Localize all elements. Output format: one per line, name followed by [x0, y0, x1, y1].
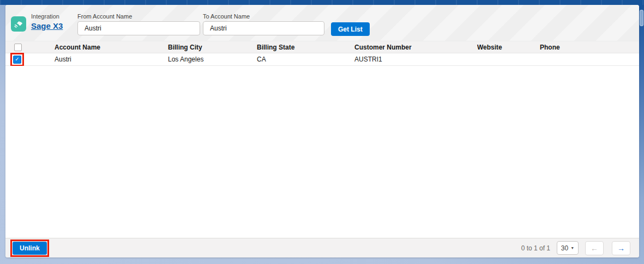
column-header-account-name[interactable]: Account Name: [55, 44, 168, 51]
pagination-range-text: 0 to 1 of 1: [521, 244, 550, 252]
handshake-icon: [11, 16, 26, 32]
page-size-value: 30: [561, 244, 568, 252]
card-footer: Unlink 0 to 1 of 1 30 ▼ ← →: [5, 238, 639, 257]
integration-label: Integration: [31, 13, 77, 20]
to-account-input[interactable]: [203, 21, 324, 35]
from-account-label: From Account Name: [77, 13, 200, 20]
card-header: Integration Sage X3 From Account Name To…: [5, 5, 639, 41]
cell-customer-number: AUSTRI1: [354, 56, 477, 63]
cell-account-name: Austri: [55, 56, 168, 63]
annotation-highlight-checkbox: ✓: [10, 53, 24, 66]
annotation-highlight-unlink: Unlink: [10, 240, 49, 257]
integration-card: Integration Sage X3 From Account Name To…: [5, 5, 639, 257]
from-account-field-block: From Account Name: [77, 13, 200, 35]
column-header-customer-number[interactable]: Customer Number: [354, 44, 477, 51]
to-account-field-block: To Account Name: [203, 13, 324, 35]
select-all-checkbox[interactable]: [14, 44, 22, 51]
top-blue-bar: [0, 0, 644, 5]
checkmark-icon: ✓: [15, 57, 19, 62]
select-all-cell: [5, 44, 55, 51]
table-row: ✓ Austri Los Angeles CA AUSTRI1: [5, 53, 639, 66]
column-header-billing-city[interactable]: Billing City: [168, 44, 257, 51]
row-select-cell: ✓: [5, 53, 55, 66]
get-list-button[interactable]: Get List: [331, 22, 370, 36]
scrollbar-thumb[interactable]: [640, 10, 643, 26]
unlink-button[interactable]: Unlink: [13, 242, 47, 255]
from-account-input[interactable]: [77, 21, 200, 35]
cell-billing-city: Los Angeles: [168, 56, 257, 63]
page-size-select[interactable]: 30 ▼: [557, 241, 579, 255]
row-checkbox-checked[interactable]: ✓: [13, 56, 21, 64]
arrow-right-icon: →: [617, 244, 625, 253]
integration-block: Integration Sage X3: [31, 13, 77, 30]
table-empty-area: [5, 66, 639, 238]
previous-page-button[interactable]: ←: [585, 241, 604, 255]
column-header-billing-state[interactable]: Billing State: [257, 44, 354, 51]
arrow-left-icon: ←: [591, 244, 598, 253]
column-header-website[interactable]: Website: [477, 44, 540, 51]
to-account-label: To Account Name: [203, 13, 324, 20]
column-header-phone[interactable]: Phone: [540, 44, 639, 51]
chevron-down-icon: ▼: [570, 246, 574, 250]
pagination-controls: 0 to 1 of 1 30 ▼ ← →: [521, 241, 630, 255]
table-header-row: Account Name Billing City Billing State …: [5, 41, 639, 53]
cell-billing-state: CA: [257, 56, 354, 63]
next-page-button[interactable]: →: [612, 241, 630, 255]
sage-x3-link[interactable]: Sage X3: [31, 21, 77, 30]
